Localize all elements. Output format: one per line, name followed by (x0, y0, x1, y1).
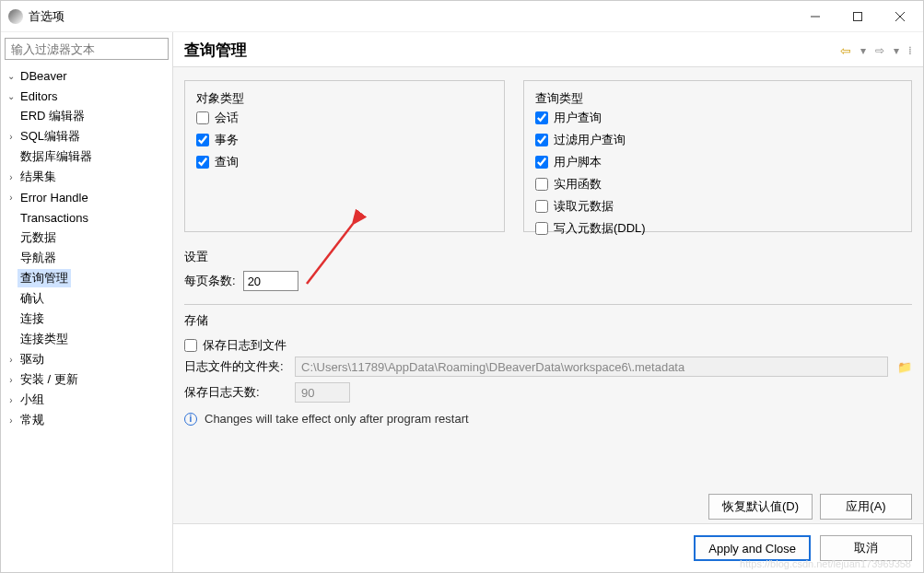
svg-line-3 (895, 12, 905, 21)
checkbox-label: 用户查询 (554, 110, 602, 126)
chevron-right-icon: › (5, 172, 18, 182)
svg-line-2 (895, 12, 905, 21)
tree-item-general[interactable]: ›常规 (5, 410, 169, 430)
settings-group: 设置 每页条数: (184, 249, 912, 291)
tree-item-connection[interactable]: 连接 (5, 309, 169, 329)
main-header: 查询管理 ⇦ ▾ ⇨ ▾ ⁞ (173, 32, 923, 67)
tree-item-result-set[interactable]: ›结果集 (5, 167, 169, 187)
tree-item-editors[interactable]: ⌄Editors (5, 86, 169, 106)
tree-item-dbeaver[interactable]: ⌄DBeaver (5, 65, 169, 86)
per-page-label: 每页条数: (184, 273, 236, 289)
tree-item-team[interactable]: ›小组 (5, 390, 169, 410)
tree-item-metadata[interactable]: 元数据 (5, 228, 169, 248)
sidebar: ⌄DBeaver ⌄Editors ERD 编辑器 ›SQL编辑器 数据库编辑器… (1, 32, 172, 572)
close-button[interactable] (879, 2, 921, 31)
lower-button-bar: 恢复默认值(D) 应用(A) (173, 485, 923, 523)
restore-defaults-button[interactable]: 恢复默认值(D) (708, 494, 813, 520)
page-title: 查询管理 (184, 40, 840, 61)
tree-item-error-handle[interactable]: ›Error Handle (5, 187, 169, 207)
folder-icon[interactable]: 📁 (897, 360, 912, 374)
checkbox-label: 事务 (215, 132, 239, 148)
query-checkbox[interactable] (196, 156, 209, 169)
log-days-input (295, 382, 350, 403)
chevron-down-icon: ⌄ (5, 71, 18, 81)
save-log-checkbox[interactable] (184, 339, 197, 352)
tree-item-query-manager[interactable]: 查询管理 (5, 268, 169, 288)
user-script-checkbox[interactable] (535, 156, 548, 169)
chevron-right-icon: › (5, 415, 18, 426)
back-icon[interactable]: ⇦ (840, 43, 851, 58)
checkbox-label: 过滤用户查询 (554, 132, 626, 148)
preferences-tree: ⌄DBeaver ⌄Editors ERD 编辑器 ›SQL编辑器 数据库编辑器… (5, 65, 169, 430)
chevron-right-icon: › (5, 375, 18, 385)
main-content: 对象类型 会话 事务 查询 查询类型 用户查询 过滤用户查询 用户脚本 实用函数… (173, 67, 923, 485)
chevron-down-icon: ⌄ (5, 91, 18, 101)
apply-button[interactable]: 应用(A) (820, 494, 912, 520)
dropdown-icon[interactable]: ▾ (894, 44, 899, 57)
storage-group: 存储 保存日志到文件 日志文件的文件夹: 📁 保存日志天数: (184, 304, 912, 403)
checkbox-label: 保存日志到文件 (203, 337, 287, 354)
checkbox-label: 会话 (215, 110, 239, 126)
util-func-checkbox[interactable] (535, 178, 548, 191)
tree-item-db-editor[interactable]: 数据库编辑器 (5, 146, 169, 167)
section-label: 存储 (184, 312, 912, 329)
tree-item-navigator[interactable]: 导航器 (5, 248, 169, 268)
folder-label: 日志文件的文件夹: (184, 358, 286, 375)
main-panel: 查询管理 ⇦ ▾ ⇨ ▾ ⁞ 对象类型 会话 事务 查询 查询类型 用户查询 (172, 32, 923, 572)
log-folder-input (295, 357, 888, 377)
header-toolbar: ⇦ ▾ ⇨ ▾ ⁞ (840, 43, 912, 58)
svg-rect-1 (854, 12, 862, 20)
info-row: i Changes will take effect only after pr… (184, 412, 912, 426)
checkbox-label: 查询 (215, 154, 239, 170)
watermark: https://blog.csdn.net/lejuan173969358 (740, 558, 911, 569)
info-icon: i (184, 413, 197, 426)
tree-item-sql-editor[interactable]: ›SQL编辑器 (5, 126, 169, 146)
days-label: 保存日志天数: (184, 384, 286, 401)
tree-item-connection-type[interactable]: 连接类型 (5, 329, 169, 349)
tree-item-transactions[interactable]: Transactions (5, 207, 169, 228)
read-meta-checkbox[interactable] (535, 200, 548, 213)
chevron-right-icon: › (5, 395, 18, 405)
titlebar: 首选项 (1, 1, 923, 32)
group-legend: 查询类型 (535, 91, 583, 105)
tree-item-driver[interactable]: ›驱动 (5, 349, 169, 369)
filter-user-checkbox[interactable] (535, 134, 548, 146)
app-icon (8, 9, 23, 24)
session-checkbox[interactable] (196, 111, 209, 124)
section-label: 设置 (184, 249, 912, 265)
checkbox-label: 写入元数据(DDL) (554, 220, 646, 237)
group-legend: 对象类型 (196, 91, 244, 105)
transaction-checkbox[interactable] (196, 134, 209, 146)
cancel-button[interactable]: 取消 (820, 535, 912, 561)
write-meta-checkbox[interactable] (535, 222, 548, 235)
chevron-right-icon: › (5, 355, 18, 365)
filter-input[interactable] (5, 38, 169, 60)
chevron-right-icon: › (5, 132, 18, 142)
window-title: 首选项 (29, 8, 794, 25)
apply-close-button[interactable]: Apply and Close (694, 535, 811, 561)
menu-icon[interactable]: ⁞ (908, 44, 912, 57)
per-page-input[interactable] (243, 271, 298, 291)
tree-item-confirm[interactable]: 确认 (5, 288, 169, 309)
checkbox-label: 实用函数 (554, 176, 602, 193)
chevron-right-icon: › (5, 193, 18, 203)
checkbox-label: 用户脚本 (554, 154, 602, 170)
forward-icon[interactable]: ⇨ (875, 44, 884, 57)
dropdown-icon[interactable]: ▾ (860, 44, 866, 57)
maximize-button[interactable] (836, 2, 879, 31)
info-text: Changes will take effect only after prog… (205, 412, 469, 426)
checkbox-label: 读取元数据 (554, 198, 614, 215)
query-types-group: 查询类型 用户查询 过滤用户查询 用户脚本 实用函数 读取元数据 写入元数据(D… (523, 80, 912, 232)
tree-item-erd[interactable]: ERD 编辑器 (5, 106, 169, 126)
minimize-button[interactable] (794, 2, 836, 31)
object-types-group: 对象类型 会话 事务 查询 (184, 80, 505, 232)
tree-item-install-update[interactable]: ›安装 / 更新 (5, 369, 169, 390)
user-query-checkbox[interactable] (535, 111, 548, 124)
